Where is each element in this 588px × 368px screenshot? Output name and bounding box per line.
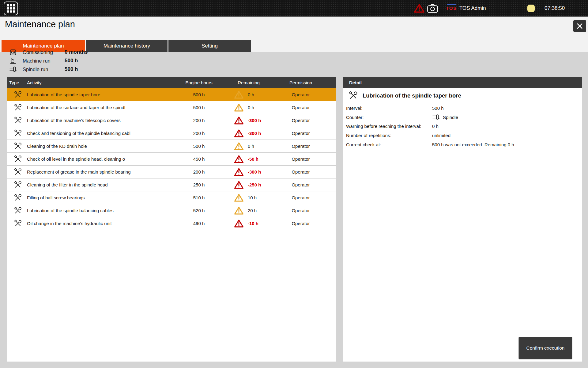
apps-grid-icon	[7, 4, 15, 13]
maintenance-type-icon	[13, 191, 22, 204]
detail-field-label: Warning before reaching the interval:	[346, 124, 432, 129]
engine-hours-cell: 250 h	[174, 178, 224, 191]
detail-fields: Interval: 500 h Counter: Spindle Warning…	[346, 104, 577, 149]
remaining-warning-icon	[234, 166, 244, 178]
table-row[interactable]: Lubrication of the machine’s telescopic …	[7, 114, 336, 127]
remaining-cell: -300 h	[248, 127, 261, 140]
engine-hours-cell: 450 h	[174, 153, 224, 165]
maintenance-table: Type Activity Engine hours Remaining Per…	[7, 77, 336, 362]
page-title: Maintenance plan	[5, 19, 75, 29]
permission-cell: Operator	[278, 127, 324, 140]
table-row[interactable]: Lubrication of the surface and taper of …	[7, 101, 336, 114]
confirm-execution-button[interactable]: Confirm execution	[518, 337, 572, 359]
activity-cell: Check of oil level in the spindle head, …	[27, 153, 125, 165]
maintenance-type-icon	[13, 127, 22, 140]
activity-cell: Lubrication of the surface and taper of …	[27, 101, 125, 114]
commissioning-icon	[9, 48, 17, 56]
maintenance-type-icon	[13, 166, 22, 178]
remaining-cell: 0 h	[248, 88, 254, 101]
maintenance-type-icon	[13, 114, 22, 127]
engine-hours-cell: 200 h	[174, 166, 224, 178]
table-row[interactable]: Check and tensioning of the spindle bala…	[7, 127, 336, 140]
detail-field-value-wrap: 0 h	[432, 124, 439, 129]
clock: 07:38:50	[545, 5, 565, 11]
detail-field-value-wrap: Spindle	[432, 114, 458, 121]
tab-maintenance-history[interactable]: Maintenance history	[86, 40, 168, 52]
remaining-warning-icon	[234, 191, 244, 204]
remaining-warning-icon	[234, 204, 244, 217]
detail-field-label: Counter:	[346, 115, 432, 120]
activity-cell: Filling of ball screw bearings	[27, 191, 85, 204]
detail-header-label: Detail	[349, 80, 362, 85]
apps-menu-button[interactable]	[4, 2, 18, 15]
counter-spindle-run: Spindle run 500 h	[9, 65, 88, 74]
table-row[interactable]: Replacement of grease in the main spindl…	[7, 166, 336, 178]
table-row[interactable]: Lubrication of the spindle taper bore 50…	[7, 88, 336, 101]
activity-cell: Lubrication of the spindle balancing cab…	[27, 204, 114, 217]
table-row[interactable]: Oil change in the machine’s hydraulic un…	[7, 217, 336, 230]
remaining-cell: -10 h	[248, 217, 258, 230]
detail-header: Detail	[343, 77, 582, 88]
detail-field: Counter: Spindle	[346, 113, 577, 122]
detail-field: Number of repetitions: unlimited	[346, 131, 577, 140]
counter-commissioning: Comissioning 0 months	[9, 48, 88, 56]
maintenance-table-body: Lubrication of the spindle taper bore 50…	[7, 88, 336, 230]
detail-field-value-wrap: 500 h was not exceeded. Remaining 0 h.	[432, 142, 515, 147]
remaining-warning-icon	[234, 140, 244, 152]
detail-field: Warning before reaching the interval: 0 …	[346, 122, 577, 131]
remaining-warning-icon	[234, 114, 244, 127]
remaining-cell: -300 h	[248, 166, 261, 178]
activity-cell: Cleaning of the filter in the spindle he…	[27, 178, 108, 191]
remaining-warning-icon	[234, 127, 244, 140]
table-row[interactable]: Cleaning of the filter in the spindle he…	[7, 178, 336, 191]
permission-cell: Operator	[278, 217, 324, 230]
remaining-cell: -50 h	[248, 153, 258, 165]
spindle-icon	[432, 114, 440, 121]
tos-logo-text: TOS	[446, 6, 457, 10]
column-header-type: Type	[9, 80, 19, 85]
activity-cell: Check and tensioning of the spindle bala…	[27, 127, 130, 140]
machine-run-icon	[9, 57, 17, 65]
maintenance-type-icon	[349, 91, 358, 100]
tos-logo: TOS	[446, 4, 457, 10]
activity-cell: Lubrication of the machine’s telescopic …	[27, 114, 121, 127]
engine-hours-cell: 500 h	[174, 88, 224, 101]
table-header: Type Activity Engine hours Remaining Per…	[7, 77, 336, 88]
detail-title: Lubrication of the spindle taper bore	[363, 92, 461, 99]
remaining-warning-icon	[234, 217, 244, 230]
permission-cell: Operator	[278, 88, 324, 101]
detail-field-label: Current check at:	[346, 142, 432, 147]
detail-field-value: 0 h	[432, 124, 439, 129]
detail-field-value: unlimited	[432, 133, 450, 138]
remaining-warning-icon	[234, 88, 244, 101]
activity-cell: Cleaning of the KD drain hole	[27, 140, 87, 152]
detail-field-value: Spindle	[443, 115, 458, 120]
screenshot-camera-icon[interactable]	[427, 4, 438, 13]
permission-cell: Operator	[278, 204, 324, 217]
detail-field-value-wrap: 500 h	[432, 105, 444, 111]
topbar: TOS TOS Admin 07:38:50	[0, 0, 588, 17]
table-row[interactable]: Lubrication of the spindle balancing cab…	[7, 204, 336, 217]
current-user-label: TOS Admin	[459, 5, 486, 11]
remaining-cell: -250 h	[248, 178, 261, 191]
counter-machine-run: Machine run 500 h	[9, 56, 88, 65]
permission-cell: Operator	[278, 191, 324, 204]
activity-cell: Replacement of grease in the main spindl…	[27, 166, 131, 178]
spindle-run-icon	[9, 66, 17, 73]
maintenance-type-icon	[13, 204, 22, 217]
table-row[interactable]: Filling of ball screw bearings 510 h 10 …	[7, 191, 336, 204]
detail-field-label: Interval:	[346, 105, 432, 111]
table-row[interactable]: Check of oil level in the spindle head, …	[7, 153, 336, 166]
column-header-permission: Permission	[278, 80, 324, 85]
remaining-cell: -300 h	[248, 114, 261, 127]
column-header-engine-hours: Engine hours	[174, 80, 224, 85]
remaining-warning-icon	[234, 178, 244, 191]
engine-hours-cell: 520 h	[174, 204, 224, 217]
column-header-remaining: Remaining	[221, 80, 276, 85]
tab-setting[interactable]: Setting	[168, 40, 251, 52]
maintenance-type-icon	[13, 217, 22, 230]
alarm-warning-icon[interactable]	[414, 3, 424, 13]
table-row[interactable]: Cleaning of the KD drain hole 500 h 0 h …	[7, 140, 336, 153]
close-button[interactable]	[573, 20, 586, 32]
permission-cell: Operator	[278, 114, 324, 127]
